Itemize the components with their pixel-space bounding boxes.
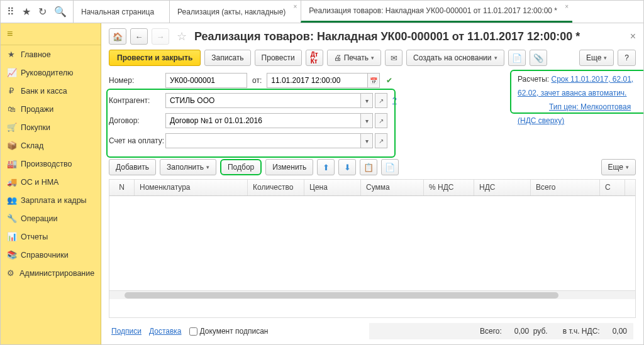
save-button[interactable]: Записать: [204, 50, 250, 66]
delivery-link[interactable]: Доставка: [149, 327, 182, 336]
help-button[interactable]: ?: [618, 50, 636, 66]
post-button[interactable]: Провести: [255, 50, 302, 66]
paste-button[interactable]: 📄: [381, 159, 399, 175]
sidebar-item-admin[interactable]: ⚙Администрирование: [1, 264, 101, 282]
move-down-button[interactable]: ⬇: [338, 159, 356, 175]
open-icon[interactable]: ↗: [375, 113, 387, 128]
copy-button[interactable]: 📋: [360, 159, 377, 175]
ops-icon: 🔧: [7, 214, 16, 223]
sidebar-item-warehouse[interactable]: 📦Склад: [1, 136, 101, 155]
sidebar-item-salary[interactable]: 👥Зарплата и кадры: [1, 191, 101, 209]
pick-button[interactable]: Подбор: [220, 159, 262, 175]
post-and-close-button[interactable]: Провести и закрыть: [109, 50, 201, 66]
col-nomenclature[interactable]: Номенклатура: [135, 180, 248, 195]
bag-icon: 🛍: [7, 104, 16, 114]
invoice-label: Счет на оплату:: [109, 136, 165, 145]
coin-icon: ₽: [7, 86, 16, 96]
apps-icon[interactable]: ⠿: [7, 6, 14, 18]
doc-signed-label: Документ подписан: [200, 327, 269, 336]
from-label: от:: [252, 76, 262, 85]
create-based-button[interactable]: Создать на основании: [406, 50, 504, 66]
book-icon: 📚: [7, 250, 16, 260]
dropdown-icon[interactable]: ▾: [360, 93, 373, 108]
open-icon[interactable]: ↗: [375, 93, 387, 108]
number-label: Номер:: [109, 76, 165, 85]
star-icon[interactable]: ★: [22, 6, 31, 18]
sidebar-item-manager[interactable]: 📈Руководителю: [1, 63, 101, 82]
vat-label: в т.ч. НДС:: [563, 327, 600, 336]
menu-icon[interactable]: ≡: [7, 28, 13, 39]
box-icon: 📦: [7, 141, 16, 150]
sidebar-item-operations[interactable]: 🔧Операции: [1, 209, 101, 227]
home-button[interactable]: 🏠: [109, 28, 126, 45]
col-qty[interactable]: Количество: [248, 180, 304, 195]
doc-signed-checkbox[interactable]: [189, 327, 197, 336]
dropdown-icon[interactable]: ▾: [360, 133, 373, 148]
vat-value: 0,00: [613, 327, 627, 336]
dropdown-icon[interactable]: ▾: [360, 113, 373, 128]
items-grid[interactable]: N Номенклатура Количество Цена Сумма % Н…: [109, 179, 636, 318]
people-icon: 👥: [7, 195, 16, 205]
sidebar-item-production[interactable]: 🏭Производство: [1, 155, 101, 173]
sidebar-item-reports[interactable]: 📊Отчеты: [1, 227, 101, 246]
tab-home[interactable]: Начальная страница: [73, 1, 169, 23]
invoice-input[interactable]: [165, 133, 360, 148]
print-button[interactable]: 🖨Печать: [327, 50, 381, 66]
counterparty-help[interactable]: ?: [392, 96, 397, 105]
move-up-button[interactable]: ⬆: [317, 159, 335, 175]
cart-icon: 🛒: [7, 123, 16, 132]
gear-icon: ⚙: [7, 268, 14, 278]
sidebar-item-purchases[interactable]: 🛒Покупки: [1, 118, 101, 136]
total-label: Всего:: [480, 327, 502, 336]
star-icon: ★: [7, 50, 16, 59]
price-type-link[interactable]: Тип цен: Мелкооптовая (НДС сверху): [518, 102, 631, 125]
sidebar-item-bank[interactable]: ₽Банк и касса: [1, 82, 101, 100]
close-button[interactable]: ×: [630, 31, 636, 42]
close-icon[interactable]: ×: [294, 3, 297, 10]
sidebar-item-refs[interactable]: 📚Справочники: [1, 246, 101, 264]
sidebar-item-main[interactable]: ★Главное: [1, 45, 101, 63]
h-scrollbar[interactable]: [109, 290, 635, 299]
col-vat-pct[interactable]: % НДС: [424, 180, 474, 195]
signatures-link[interactable]: Подписи: [111, 327, 142, 336]
edit-button[interactable]: Изменить: [265, 159, 313, 175]
add-button[interactable]: Добавить: [109, 159, 156, 175]
close-icon[interactable]: ×: [565, 3, 569, 10]
col-total[interactable]: Всего: [531, 180, 600, 195]
col-s[interactable]: С: [600, 180, 625, 195]
files-button[interactable]: 📄: [508, 50, 526, 66]
more-button[interactable]: Еще: [579, 50, 614, 66]
table-more-button[interactable]: Еще: [601, 159, 636, 175]
contract-label: Договор:: [109, 116, 165, 125]
number-input[interactable]: [165, 73, 247, 88]
posted-icon: ✔: [386, 76, 392, 85]
col-vat[interactable]: НДС: [474, 180, 531, 195]
tab-sales-list[interactable]: Реализация (акты, накладные)×: [169, 1, 301, 23]
chart-icon: 📈: [7, 68, 16, 77]
dt-kt-button[interactable]: ДтКт: [306, 50, 323, 66]
sidebar-item-assets[interactable]: 🚚ОС и НМА: [1, 173, 101, 191]
factory-icon: 🏭: [7, 159, 16, 168]
grid-body[interactable]: [109, 196, 635, 290]
favorite-icon[interactable]: ☆: [177, 30, 187, 43]
attach-button[interactable]: 📎: [530, 50, 547, 66]
calendar-icon[interactable]: 📅: [367, 73, 380, 88]
col-n[interactable]: N: [109, 180, 135, 195]
contract-input[interactable]: [165, 113, 360, 128]
page-title: Реализация товаров: Накладная УК00-00000…: [194, 30, 580, 43]
tab-document[interactable]: Реализация товаров: Накладная УК00-00000…: [301, 1, 572, 23]
back-button[interactable]: ←: [130, 28, 148, 45]
forward-button[interactable]: →: [152, 28, 169, 45]
truck-icon: 🚚: [7, 177, 16, 187]
counterparty-input[interactable]: [165, 93, 360, 108]
col-sum[interactable]: Сумма: [361, 180, 424, 195]
date-input[interactable]: [267, 73, 367, 88]
search-icon[interactable]: 🔍: [54, 6, 67, 18]
open-icon[interactable]: ↗: [375, 133, 387, 148]
fill-button[interactable]: Заполнить: [160, 159, 216, 175]
email-button[interactable]: ✉: [385, 50, 402, 66]
counterparty-label: Контрагент:: [109, 96, 165, 105]
sidebar-item-sales[interactable]: 🛍Продажи: [1, 100, 101, 118]
history-icon[interactable]: ↻: [38, 6, 47, 18]
col-price[interactable]: Цена: [304, 180, 361, 195]
